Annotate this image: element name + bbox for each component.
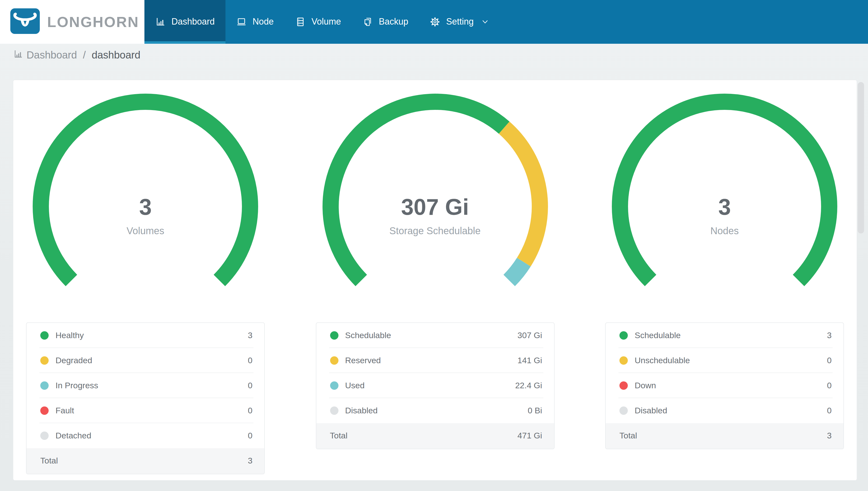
app-logo[interactable]: LONGHORN xyxy=(0,0,145,44)
legend-row: Schedulable3 xyxy=(606,323,843,348)
legend-label: Disabled xyxy=(635,406,827,415)
legend-value: 0 xyxy=(827,355,832,366)
nav-item-label: Backup xyxy=(379,17,408,27)
nav-item-label: Dashboard xyxy=(172,17,215,27)
nav-item-node[interactable]: Node xyxy=(225,0,284,44)
bar-chart-icon xyxy=(13,49,23,61)
legend-row: In Progress0 xyxy=(27,373,264,398)
status-dot-icon xyxy=(619,406,628,415)
nav-item-setting[interactable]: Setting xyxy=(419,0,501,44)
legend-row: Used22.4 Gi xyxy=(316,373,554,398)
copy-icon xyxy=(363,17,373,27)
legend-row: Reserved141 Gi xyxy=(316,348,554,373)
legend-row: Healthy3 xyxy=(27,323,264,348)
legend-label: Disabled xyxy=(345,406,528,415)
legend-label: Down xyxy=(635,381,827,391)
legend-row: Down0 xyxy=(606,373,843,398)
gauge-label: Nodes xyxy=(612,225,838,237)
bar-chart-icon xyxy=(155,17,165,27)
status-dot-icon xyxy=(40,406,49,415)
gauge-value: 3 xyxy=(612,194,838,220)
volumes-gauge-chart: 3 Volumes xyxy=(32,93,258,319)
legend-value: 0 xyxy=(248,355,252,366)
panel-nodes: 3 Nodes Schedulable3Unschedulable0Down0D… xyxy=(605,80,844,480)
nav-item-dashboard[interactable]: Dashboard xyxy=(145,0,225,44)
nodes-gauge-chart: 3 Nodes xyxy=(612,93,838,319)
legend-value: 307 Gi xyxy=(518,330,542,340)
gauge-label: Volumes xyxy=(32,225,258,237)
database-icon xyxy=(295,17,306,27)
legend-value: 0 xyxy=(248,431,252,441)
legend-row: Schedulable307 Gi xyxy=(316,323,554,348)
legend-label: Schedulable xyxy=(635,330,827,340)
legend-label: Used xyxy=(345,381,515,391)
total-label: Total xyxy=(619,431,827,441)
status-dot-icon xyxy=(40,381,49,390)
scrollbar-thumb[interactable] xyxy=(858,82,864,233)
breadcrumb-current: dashboard xyxy=(92,49,141,61)
gauge-label: Storage Schedulable xyxy=(322,225,548,237)
status-dot-icon xyxy=(619,381,628,390)
status-dot-icon xyxy=(619,331,628,340)
legend-table-nodes: Schedulable3Unschedulable0Down0Disabled0… xyxy=(605,322,844,449)
legend-value: 0 xyxy=(248,406,252,415)
total-value: 471 Gi xyxy=(518,431,542,441)
legend-row: Degraded0 xyxy=(27,348,264,373)
storage-gauge-chart: 307 Gi Storage Schedulable xyxy=(322,93,548,319)
breadcrumb-root[interactable]: Dashboard xyxy=(27,49,77,61)
status-dot-icon xyxy=(330,381,338,390)
legend-value: 0 xyxy=(827,381,832,391)
gauge-value: 3 xyxy=(32,194,258,220)
total-value: 3 xyxy=(248,456,252,466)
status-dot-icon xyxy=(40,432,49,440)
nav-item-label: Node xyxy=(252,17,274,27)
status-dot-icon xyxy=(619,356,628,365)
legend-value: 0 Bi xyxy=(528,406,542,415)
legend-label: Unschedulable xyxy=(635,355,827,366)
legend-label: In Progress xyxy=(56,381,248,391)
gauge-value: 307 Gi xyxy=(322,194,548,220)
legend-row: Unschedulable0 xyxy=(606,348,843,373)
total-value: 3 xyxy=(827,431,832,441)
breadcrumb: Dashboard / dashboard xyxy=(13,48,868,62)
gear-icon xyxy=(430,17,440,27)
total-label: Total xyxy=(40,456,248,466)
legend-value: 0 xyxy=(827,406,832,415)
legend-table-volumes: Healthy3Degraded0In Progress0Fault0Detac… xyxy=(26,322,265,474)
legend-total-row: Total 3 xyxy=(606,423,843,449)
top-nav: LONGHORN Dashboard xyxy=(0,0,868,44)
status-dot-icon xyxy=(40,331,49,340)
status-dot-icon xyxy=(40,356,49,365)
chevron-down-icon xyxy=(480,17,490,27)
legend-label: Healthy xyxy=(56,330,248,340)
dashboard-card: 3 Volumes Healthy3Degraded0In Progress0F… xyxy=(13,80,857,481)
legend-row: Disabled0 Bi xyxy=(316,398,554,423)
breadcrumb-separator: / xyxy=(83,49,86,61)
nav-item-backup[interactable]: Backup xyxy=(352,0,419,44)
nav-item-label: Volume xyxy=(311,17,341,27)
legend-row: Detached0 xyxy=(27,423,264,448)
panel-storage: 307 Gi Storage Schedulable Schedulable30… xyxy=(316,80,554,480)
nav-item-volume[interactable]: Volume xyxy=(284,0,352,44)
laptop-icon xyxy=(236,17,247,27)
panel-volumes: 3 Volumes Healthy3Degraded0In Progress0F… xyxy=(26,80,265,480)
legend-value: 141 Gi xyxy=(518,355,542,366)
legend-total-row: Total 3 xyxy=(27,448,264,474)
status-dot-icon xyxy=(330,331,338,340)
legend-label: Schedulable xyxy=(345,330,518,340)
legend-value: 3 xyxy=(827,330,832,340)
legend-label: Fault xyxy=(56,406,248,415)
legend-value: 0 xyxy=(248,381,252,391)
nav-item-label: Setting xyxy=(446,17,473,27)
legend-table-storage: Schedulable307 GiReserved141 GiUsed22.4 … xyxy=(316,322,554,449)
legend-row: Fault0 xyxy=(27,398,264,423)
longhorn-app: LONGHORN Dashboard xyxy=(0,0,868,491)
legend-label: Reserved xyxy=(345,355,518,366)
total-label: Total xyxy=(330,431,518,441)
status-dot-icon xyxy=(330,406,338,415)
main-menu: Dashboard Node xyxy=(145,0,501,44)
brand-name: LONGHORN xyxy=(47,13,139,30)
longhorn-bull-icon xyxy=(10,8,40,36)
legend-value: 3 xyxy=(248,330,252,340)
status-dot-icon xyxy=(330,356,338,365)
